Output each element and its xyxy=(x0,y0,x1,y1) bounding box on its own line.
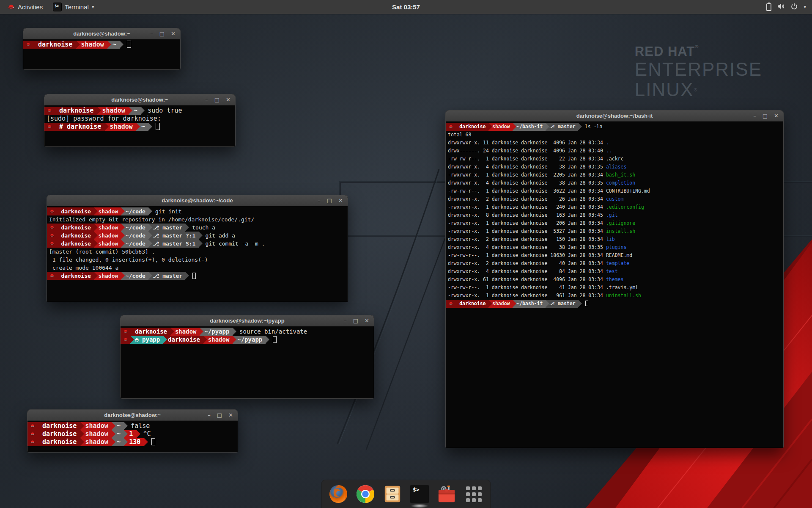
window-title: darknoise@shadow:~/pyapp xyxy=(210,318,284,324)
activities-button[interactable]: Activities xyxy=(4,0,46,14)
file-name: README.md xyxy=(606,252,632,258)
file-name: uninstall.sh xyxy=(606,293,641,298)
prompt-segment-path: ~/bash-it xyxy=(513,300,546,308)
maximize-button[interactable]: □ xyxy=(214,94,219,105)
terminal-cursor xyxy=(273,336,277,343)
terminal-window-home-2: darknoise@shadow:~ –□✕ darknoiseshadow~f… xyxy=(27,409,238,453)
close-button[interactable]: ✕ xyxy=(171,28,176,39)
prompt-segment-user: darknoise xyxy=(33,41,76,49)
file-name: aliases xyxy=(606,164,626,170)
prompt-segment-branch: ⎇ master xyxy=(546,300,578,308)
close-button[interactable]: ✕ xyxy=(226,94,230,105)
file-name: completion xyxy=(606,180,635,186)
chrome-icon[interactable] xyxy=(356,484,375,504)
file-name: lib xyxy=(606,236,615,242)
terminal-line: drwxrwxr-x. 2 darknoise darknoise 26 Jan… xyxy=(446,195,783,203)
titlebar[interactable]: darknoise@shadow:~/pyapp –□✕ xyxy=(121,315,374,326)
titlebar[interactable]: darknoise@shadow:~/code –□✕ xyxy=(47,195,348,206)
command-text: ls -la xyxy=(585,124,603,130)
terminal-app-icon: $> xyxy=(53,3,62,11)
terminal-line: drwxrwxr-x. 4 darknoise darknoise 84 Jan… xyxy=(446,268,783,276)
redhat-prompt-icon xyxy=(27,422,37,430)
terminal-cursor xyxy=(151,438,155,445)
minimize-button[interactable]: – xyxy=(344,315,347,326)
rhel-wallpaper-logo: RED HAT® ENTERPRISE LINUX® xyxy=(635,44,762,100)
file-name: plugins xyxy=(606,244,626,250)
prompt-segment-user: darknoise xyxy=(57,272,94,280)
prompt-segment-venv: ◓ pyapp xyxy=(130,336,163,344)
file-name: .editorconfig xyxy=(606,204,644,210)
close-button[interactable]: ✕ xyxy=(338,195,343,206)
minimize-button[interactable]: – xyxy=(150,28,153,39)
terminal-content[interactable]: darknoiseshadow~/pyappsource bin/activat… xyxy=(121,326,374,398)
terminal-content[interactable]: darknoiseshadow~/codegit initInitialized… xyxy=(47,206,348,302)
terminal-line: darknoiseshadow~/bash-it⎇ masterls -la xyxy=(446,123,783,131)
terminal-window-home-1: darknoise@shadow:~ –□✕ darknoiseshadow~ xyxy=(23,28,181,70)
app-menu-terminal[interactable]: $> Terminal ▾ xyxy=(49,0,98,14)
terminal-line: darknoiseshadow~/code⎇ master xyxy=(47,272,348,280)
volume-icon xyxy=(777,3,785,11)
prompt-segment-user: darknoise xyxy=(37,438,80,446)
prompt-segment-user: darknoise xyxy=(455,300,488,308)
clock[interactable]: Sat 03:57 xyxy=(392,3,420,11)
terminal-content[interactable]: darknoiseshadow~ xyxy=(23,39,180,69)
maximize-button[interactable]: □ xyxy=(217,410,222,421)
minimize-button[interactable]: – xyxy=(318,195,321,206)
maximize-button[interactable]: □ xyxy=(353,315,358,326)
maximize-button[interactable]: □ xyxy=(763,110,768,121)
terminal-cursor xyxy=(127,41,131,48)
close-button[interactable]: ✕ xyxy=(228,410,233,421)
prompt-segment-path: ~/code xyxy=(121,232,148,240)
firefox-icon[interactable] xyxy=(329,484,348,504)
system-status-area[interactable]: ▾ xyxy=(764,0,809,14)
redhat-prompt-icon xyxy=(47,207,57,215)
prompt-segment-host: shadow xyxy=(76,41,107,49)
dock: $> xyxy=(321,480,491,508)
terminal-line: Initialized empty Git repository in /hom… xyxy=(47,215,348,224)
desktop: RED HAT® ENTERPRISE LINUX® Activities $>… xyxy=(0,0,812,508)
prompt-segment-user: darknoise xyxy=(37,430,80,438)
terminal-content[interactable]: darknoiseshadow~falsedarknoiseshadow~1^C… xyxy=(27,421,238,452)
terminal-icon[interactable]: $> xyxy=(410,484,429,504)
app-menu-label: Terminal xyxy=(65,3,89,11)
prompt-segment-host: shadow xyxy=(97,107,129,115)
terminal-line: -rw-rw-r--. 1 darknoise darknoise 22 Jan… xyxy=(446,155,783,163)
terminal-window-pyapp: darknoise@shadow:~/pyapp –□✕ darknoisesh… xyxy=(120,315,374,399)
top-bar: Activities $> Terminal ▾ Sat 03:57 ▾ xyxy=(0,0,812,14)
prompt-segment-path: ~/code xyxy=(121,207,148,215)
prompt-segment-host: shadow xyxy=(80,422,112,430)
redhat-prompt-icon xyxy=(47,232,57,240)
caret-down-icon: ▾ xyxy=(804,4,806,10)
terminal-line: [master (root-commit) 50bcb63] . xyxy=(47,248,348,256)
files-icon[interactable] xyxy=(383,484,402,504)
terminal-line: -rwxrwxr-x. 1 darknoise darknoise 961 Ja… xyxy=(446,292,783,300)
terminal-content[interactable]: darknoiseshadow~/bash-it⎇ masterls -lato… xyxy=(446,121,783,448)
app-grid-icon[interactable] xyxy=(464,484,483,504)
minimize-button[interactable]: – xyxy=(205,94,208,105)
redhat-prompt-icon xyxy=(23,41,33,49)
toolbox-icon[interactable] xyxy=(437,484,456,504)
minimize-button[interactable]: – xyxy=(208,410,211,421)
maximize-button[interactable]: □ xyxy=(159,28,165,39)
maximize-button[interactable]: □ xyxy=(327,195,332,206)
command-text: ^C xyxy=(143,430,151,438)
file-name: template xyxy=(606,260,629,266)
prompt-segment-host: shadow xyxy=(94,232,121,240)
minimize-button[interactable]: – xyxy=(753,110,756,121)
terminal-line: -rwxrwxr-x. 1 darknoise darknoise 206 Ja… xyxy=(446,219,783,227)
command-text: false xyxy=(131,422,150,430)
file-name: .. xyxy=(606,148,612,154)
prompt-segment-branch: ⎇ master ?:1 xyxy=(148,232,199,240)
terminal-content[interactable]: darknoiseshadow~sudo true[sudo] password… xyxy=(44,105,235,146)
titlebar[interactable]: darknoise@shadow:~ –□✕ xyxy=(27,410,238,421)
terminal-line: -rw-rw-r--. 1 darknoise darknoise 18630 … xyxy=(446,251,783,260)
titlebar[interactable]: darknoise@shadow:~/bash-it –□✕ xyxy=(446,110,783,121)
window-title: darknoise@shadow:~ xyxy=(73,30,130,37)
close-button[interactable]: ✕ xyxy=(365,315,369,326)
titlebar[interactable]: darknoise@shadow:~ –□✕ xyxy=(44,94,235,105)
titlebar[interactable]: darknoise@shadow:~ –□✕ xyxy=(23,28,180,39)
command-text: git add a xyxy=(206,232,235,239)
close-button[interactable]: ✕ xyxy=(774,110,779,121)
terminal-line: darknoiseshadow~/pyappsource bin/activat… xyxy=(121,328,374,336)
prompt-segment-user: darknoise xyxy=(163,336,203,344)
